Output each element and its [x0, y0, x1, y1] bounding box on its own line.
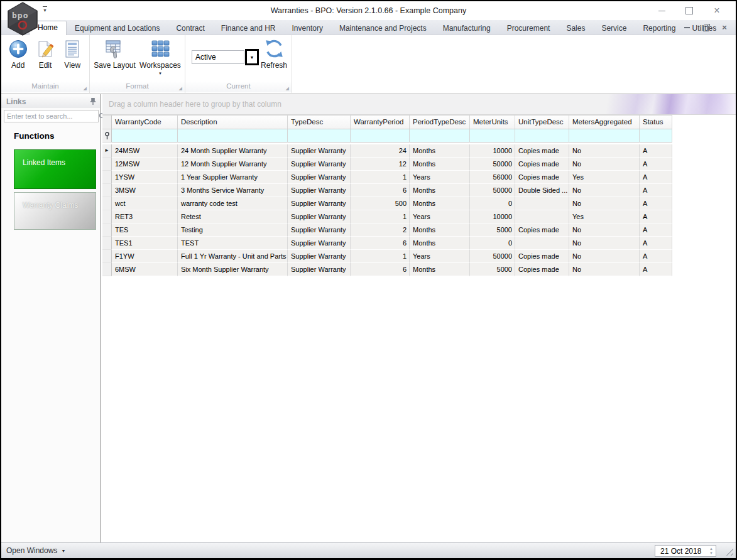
spin-up-icon[interactable]: ▲: [709, 547, 713, 551]
filter-cell-periodtypedesc[interactable]: [410, 129, 470, 143]
search-input[interactable]: [4, 112, 99, 120]
workspaces-icon: [150, 38, 170, 59]
tab-reporting[interactable]: Reporting: [635, 21, 684, 35]
group-by-hint: Drag a column header here to group by th…: [109, 100, 281, 109]
app-logo[interactable]: bpo: [6, 2, 40, 36]
column-header-periodtypedesc[interactable]: PeriodTypeDesc: [410, 115, 470, 129]
format-dialog-launcher-icon[interactable]: ◢: [179, 86, 182, 90]
resize-grip[interactable]: [726, 548, 733, 556]
column-header-unittypedesc[interactable]: UnitTypeDesc: [515, 115, 569, 129]
filter-cell-warrantyperiod[interactable]: [351, 129, 410, 143]
save-layout-button[interactable]: Save Layout: [94, 35, 136, 70]
filter-cell-status[interactable]: [640, 129, 672, 143]
refresh-button[interactable]: Refresh: [261, 35, 287, 70]
cell-warrantycode: F1YW: [112, 250, 178, 263]
column-header-typedesc[interactable]: TypeDesc: [288, 115, 351, 129]
cell-description: Testing: [178, 223, 288, 237]
table-row[interactable]: TESTestingSupplier Warranty2Months5000Co…: [102, 223, 672, 237]
current-dialog-launcher-icon[interactable]: ◢: [286, 86, 289, 90]
mdi-close-button[interactable]: ×: [719, 23, 729, 33]
cell-typedesc: Supplier Warranty: [288, 210, 351, 223]
ribbon-tab-strip: HomeEquipment and LocationsContractFinan…: [1, 20, 736, 35]
table-row[interactable]: RET3RetestSupplier Warranty1Years10000Ye…: [102, 210, 672, 223]
row-indicator-cell: [102, 158, 112, 171]
table-row[interactable]: 3MSW3 Months Service WarrantySupplier Wa…: [102, 184, 672, 197]
tab-equipment-and-locations[interactable]: Equipment and Locations: [67, 21, 168, 35]
application-window: bpo ▼ Warranties - BPO: Version 2.1.0.66…: [1, 1, 736, 558]
tab-manufacturing[interactable]: Manufacturing: [435, 21, 499, 35]
row-indicator-cell: [102, 250, 112, 263]
ribbon-group-format: Save Layout: [90, 35, 185, 93]
add-button[interactable]: Add: [8, 35, 28, 70]
cell-description: TEST: [178, 237, 288, 250]
tab-sales[interactable]: Sales: [558, 21, 593, 35]
mdi-minimize-icon: [684, 27, 690, 28]
column-header-metersaggregated[interactable]: MetersAggregated: [569, 115, 640, 129]
column-header-description[interactable]: Description: [178, 115, 288, 129]
close-button[interactable]: ×: [703, 2, 731, 19]
tab-inventory[interactable]: Inventory: [284, 21, 331, 35]
table-row[interactable]: ►24MSW24 Month Supplier WarrantySupplier…: [102, 144, 672, 158]
table-row[interactable]: TES1TESTSupplier Warranty6Months0NoA: [102, 237, 672, 250]
tab-finance-and-hr[interactable]: Finance and HR: [213, 21, 284, 35]
spin-down-icon[interactable]: ▼: [709, 551, 713, 556]
cell-metersaggregated: Yes: [569, 171, 640, 184]
date-spinner: ▲ ▼: [707, 547, 716, 556]
date-editor[interactable]: 21 Oct 2018 ▲ ▼: [655, 545, 716, 557]
status-filter-combobox[interactable]: Active: [192, 50, 244, 64]
minimize-button[interactable]: [648, 2, 675, 19]
tab-maintenance-and-projects[interactable]: Maintenance and Projects: [331, 21, 435, 35]
filter-cell-typedesc[interactable]: [288, 129, 351, 143]
cell-unittypedesc: Copies made: [515, 250, 569, 263]
filter-cell-meterunits[interactable]: [470, 129, 515, 143]
cell-typedesc: Supplier Warranty: [288, 250, 351, 263]
maximize-button[interactable]: [675, 2, 703, 19]
tab-service[interactable]: Service: [593, 21, 635, 35]
column-header-status[interactable]: Status: [640, 115, 672, 129]
table-row[interactable]: 1YSW1 Year Supplier WarrantySupplier War…: [102, 171, 672, 184]
group-by-box[interactable]: Drag a column header here to group by th…: [102, 94, 736, 115]
mdi-minimize-button[interactable]: [682, 23, 692, 33]
pin-icon[interactable]: [90, 97, 96, 105]
mdi-restore-button[interactable]: [701, 23, 711, 33]
table-row[interactable]: F1YWFull 1 Yr Warranty - Unit and PartsS…: [102, 250, 672, 263]
cell-warrantycode: TES: [112, 223, 178, 237]
edit-button[interactable]: Edit: [35, 35, 56, 70]
filter-cell-warrantycode[interactable]: [112, 129, 178, 143]
filter-cell-unittypedesc[interactable]: [515, 129, 569, 143]
tab-contract[interactable]: Contract: [168, 21, 212, 35]
view-button[interactable]: View: [62, 35, 83, 70]
column-header-meterunits[interactable]: MeterUnits: [470, 115, 515, 129]
cell-metersaggregated: No: [569, 223, 640, 237]
filter-cell-metersaggregated[interactable]: [569, 129, 640, 143]
cell-typedesc: Supplier Warranty: [288, 171, 351, 184]
column-header-warrantyperiod[interactable]: WarrantyPeriod: [351, 115, 410, 129]
column-header-warrantycode[interactable]: WarrantyCode: [112, 115, 178, 129]
table-row[interactable]: 6MSWSix Month Supplier WarrantySupplier …: [102, 263, 672, 276]
maintain-dialog-launcher-icon[interactable]: ◢: [84, 86, 87, 90]
combobox-dropdown-icon: ▼: [250, 55, 254, 60]
cell-unittypedesc: Copies made: [515, 263, 569, 276]
cell-unittypedesc: [515, 197, 569, 210]
table-row[interactable]: 12MSW12 Month Supplier WarrantySupplier …: [102, 158, 672, 171]
filter-cell-description[interactable]: [178, 129, 288, 143]
cell-periodtypedesc: Months: [410, 223, 470, 237]
cell-description: 3 Months Service Warranty: [178, 184, 288, 197]
grid-rows: ►24MSW24 Month Supplier WarrantySupplier…: [102, 144, 672, 276]
row-indicator-cell: [102, 237, 112, 250]
warranty-claims-button[interactable]: Warranty Claims: [14, 192, 96, 230]
status-filter-dropdown-button[interactable]: ▼: [245, 49, 259, 65]
cell-warrantyperiod: 6: [351, 263, 410, 276]
linked-items-button[interactable]: Linked Items: [14, 149, 96, 189]
quick-access-dropdown-icon[interactable]: ▼: [43, 6, 47, 13]
window-title: Warranties - BPO: Version 2.1.0.66 - Exa…: [96, 1, 641, 20]
edit-icon: [35, 38, 56, 59]
cell-status: A: [640, 210, 672, 223]
workspaces-button[interactable]: Workspaces ▼: [139, 35, 181, 75]
table-row[interactable]: wctwarranty code testSupplier Warranty50…: [102, 197, 672, 210]
open-windows-button[interactable]: Open Windows ▼: [6, 543, 65, 558]
tab-procurement[interactable]: Procurement: [499, 21, 559, 35]
cell-warrantycode: 12MSW: [112, 158, 178, 171]
cell-status: A: [640, 237, 672, 250]
cell-periodtypedesc: Months: [410, 144, 470, 158]
